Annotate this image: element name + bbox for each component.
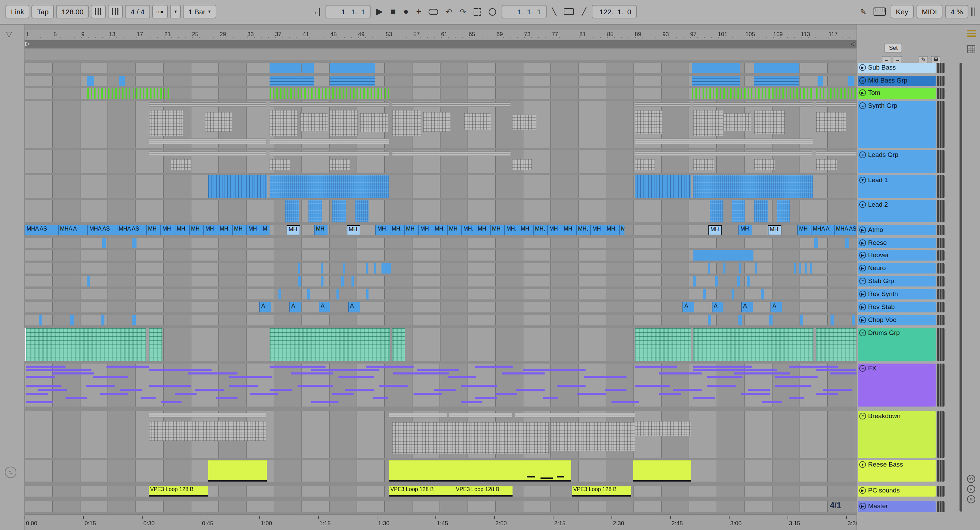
clip[interactable]: [26, 366, 65, 368]
play-button[interactable]: ▶: [374, 5, 385, 18]
clip[interactable]: [816, 112, 846, 132]
clip[interactable]: [732, 200, 745, 222]
clip[interactable]: [692, 76, 740, 86]
unfold-arrow-icon[interactable]: ▶: [859, 227, 866, 233]
clip[interactable]: [694, 102, 813, 107]
unfold-arrow-icon[interactable]: ▶: [859, 316, 866, 323]
clip[interactable]: MH: [590, 225, 605, 235]
link-button[interactable]: Link: [5, 5, 30, 18]
clip[interactable]: [311, 369, 379, 371]
clip[interactable]: [434, 389, 456, 391]
lane-sub-bass[interactable]: [25, 63, 856, 73]
clip[interactable]: [724, 263, 725, 273]
clip[interactable]: [769, 315, 773, 325]
clip[interactable]: [789, 366, 838, 368]
clip[interactable]: [229, 376, 272, 378]
clip[interactable]: [805, 263, 807, 273]
clip[interactable]: [572, 413, 635, 417]
clip[interactable]: [852, 315, 855, 325]
clip[interactable]: [724, 113, 751, 131]
clip[interactable]: [754, 63, 799, 73]
clip[interactable]: [694, 250, 753, 260]
unfold-arrow-icon[interactable]: ▶: [859, 252, 866, 259]
clip[interactable]: [754, 200, 768, 222]
clip[interactable]: [393, 373, 449, 374]
clip[interactable]: [710, 200, 724, 222]
re-enable-automation-button[interactable]: ↶: [444, 5, 454, 18]
group-fold-icon[interactable]: ≡: [859, 365, 866, 372]
record-button[interactable]: ●: [401, 5, 411, 18]
clip[interactable]: [302, 63, 314, 73]
clip[interactable]: [816, 151, 856, 156]
clip[interactable]: [515, 413, 572, 417]
clip[interactable]: [694, 397, 715, 399]
clip[interactable]: [502, 373, 545, 374]
clip[interactable]: [694, 138, 813, 144]
clip[interactable]: [298, 276, 301, 287]
clip[interactable]: [523, 369, 585, 371]
clip[interactable]: [755, 263, 757, 273]
lane-mid-bass-grp[interactable]: [25, 76, 856, 86]
unfold-arrow-icon[interactable]: ▶: [859, 64, 866, 71]
clip[interactable]: VPE3 Loop 128 B: [149, 486, 208, 497]
clip[interactable]: MH: [232, 225, 247, 235]
clip[interactable]: [341, 276, 344, 287]
clip[interactable]: [389, 413, 447, 417]
clip[interactable]: [541, 478, 553, 479]
clip[interactable]: [635, 385, 670, 387]
lane-hoover[interactable]: [25, 250, 856, 260]
stop-button[interactable]: ■: [388, 5, 398, 18]
clip[interactable]: [461, 401, 482, 403]
clip[interactable]: [329, 159, 350, 170]
track-header-reese[interactable]: ▶Reese: [858, 238, 935, 248]
clip[interactable]: [708, 263, 710, 273]
clip[interactable]: [557, 476, 564, 478]
clip[interactable]: [816, 328, 856, 361]
clip[interactable]: [392, 328, 405, 361]
clip[interactable]: MH,: [504, 225, 519, 235]
clip[interactable]: [309, 200, 322, 222]
clip[interactable]: [93, 376, 128, 378]
clip[interactable]: [86, 385, 115, 387]
clip[interactable]: [382, 263, 391, 273]
lane-rev-stab[interactable]: AAAAAAAA: [25, 302, 856, 313]
clip[interactable]: [448, 376, 476, 378]
clip[interactable]: [366, 289, 369, 300]
clip[interactable]: A: [348, 302, 360, 313]
clip[interactable]: [475, 366, 513, 368]
beat-time-ruler[interactable]: 1591317212529333741454953576165697377818…: [25, 30, 856, 40]
clip[interactable]: A: [319, 302, 330, 313]
track-header-tom[interactable]: ▶Tom: [858, 88, 935, 99]
lane-tom[interactable]: [25, 88, 856, 99]
clip[interactable]: [311, 401, 339, 403]
unfold-arrow-icon[interactable]: ▼: [859, 201, 866, 208]
clip[interactable]: [270, 76, 314, 86]
clip[interactable]: MH: [204, 225, 218, 235]
clip[interactable]: [329, 110, 358, 136]
clip[interactable]: [88, 276, 90, 287]
lane-leads-grp[interactable]: [25, 150, 856, 173]
clip[interactable]: [464, 113, 492, 130]
clip[interactable]: [789, 397, 804, 399]
clip[interactable]: [360, 113, 388, 132]
clip[interactable]: [694, 328, 813, 361]
clip[interactable]: [703, 289, 706, 300]
clip[interactable]: [694, 369, 776, 371]
clip[interactable]: [748, 389, 770, 391]
grid-view-icon[interactable]: [967, 45, 975, 53]
clip[interactable]: [321, 276, 323, 287]
clip[interactable]: MH: [547, 225, 562, 235]
clip[interactable]: [775, 385, 811, 387]
draw-mode-button[interactable]: ✎: [858, 5, 869, 18]
loop-button[interactable]: [562, 8, 576, 15]
track-header-master[interactable]: ▶Master: [858, 501, 935, 512]
clip[interactable]: [830, 315, 834, 325]
track-header-lead-1[interactable]: ▼Lead 1: [858, 175, 935, 198]
clip[interactable]: MH: [708, 225, 722, 235]
clip[interactable]: [270, 88, 390, 99]
clip[interactable]: [332, 200, 346, 222]
lane-atmo[interactable]: MHA ASMHA AMHA ASMHA ASMHMHMH,MHMHMH,MHM…: [25, 225, 856, 235]
arrangement-start-marker-icon[interactable]: ▷: [25, 40, 30, 48]
clip[interactable]: [799, 263, 801, 273]
clip[interactable]: MHA AS: [88, 225, 117, 235]
